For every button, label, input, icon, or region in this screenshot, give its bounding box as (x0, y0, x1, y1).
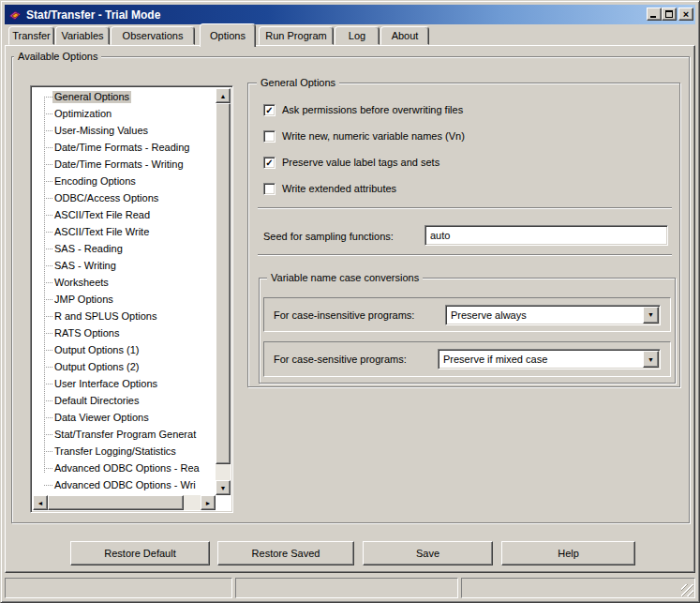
tree-item-sas-reading[interactable]: SAS - Reading (33, 240, 216, 257)
tab-observations[interactable]: Observations (111, 26, 195, 45)
seed-label: Seed for sampling functions: (263, 230, 394, 243)
tree-item-label: R and SPLUS Options (52, 310, 158, 323)
tree-item-label: SAS - Writing (52, 260, 118, 272)
vertical-scroll-thumb[interactable] (216, 103, 231, 464)
seed-input[interactable] (424, 225, 668, 246)
resize-grip-icon[interactable] (681, 584, 693, 596)
close-button[interactable]: × (678, 8, 693, 21)
tree-item-odbc-access-options[interactable]: ODBC/Access Options (33, 189, 216, 206)
tree-item-stat-transfer-program-generat[interactable]: Stat/Transfer Program Generat (33, 426, 216, 443)
dropdown-arrow-icon[interactable]: ▼ (643, 351, 659, 368)
tab-label: Log (349, 30, 365, 41)
tree-item-label: ODBC/Access Options (52, 192, 160, 204)
tree-item-optimization[interactable]: Optimization (33, 105, 216, 122)
case-insensitive-combobox[interactable]: Preserve always ▼ (445, 305, 661, 325)
tree-item-output-options-2[interactable]: Output Options (2) (33, 358, 216, 375)
horizontal-scroll-thumb[interactable] (48, 495, 184, 510)
checkbox-row-ask-permissions-before-overwriting-files[interactable]: ✓Ask permissions before overwriting file… (263, 103, 463, 116)
scroll-left-button[interactable]: ◄ (33, 495, 48, 510)
tree-item-label: Output Options (1) (52, 344, 141, 356)
checkbox-checked-icon[interactable]: ✓ (263, 104, 276, 116)
checkbox-checked-icon[interactable]: ✓ (263, 157, 276, 169)
case-insensitive-label: For case-insensitive programs: (274, 309, 414, 321)
tree-item-r-and-splus-options[interactable]: R and SPLUS Options (33, 308, 216, 324)
checkbox-row-write-new-numeric-variable-names-vn[interactable]: Write new, numeric variable names (Vn) (263, 129, 465, 143)
case-conversions-label: Variable name case conversions (267, 271, 423, 284)
minimize-icon (650, 16, 656, 18)
maximize-button[interactable] (662, 8, 677, 21)
tree-horizontal-scrollbar[interactable]: ◄ ► (33, 495, 216, 510)
tree-item-label: General Options (52, 91, 131, 103)
tree-item-ascii-text-file-write[interactable]: ASCII/Text File Write (33, 223, 216, 240)
minimize-button[interactable] (647, 8, 662, 21)
tree-item-label: User Interface Options (52, 378, 159, 390)
tree-item-label: Worksheets (52, 277, 111, 289)
tree-item-date-time-formats-reading[interactable]: Date/Time Formats - Reading (33, 139, 216, 156)
tree-rows: General OptionsOptimizationUser-Missing … (33, 88, 216, 495)
help-button[interactable]: Help (501, 541, 635, 565)
tree-item-label: Data Viewer Options (52, 412, 151, 424)
tab-label: Run Program (265, 30, 326, 41)
checkbox-label: Write new, numeric variable names (Vn) (282, 130, 465, 142)
tree-item-encoding-options[interactable]: Encoding Options (33, 173, 216, 189)
case-sensitive-row: For case-sensitive programs: Preserve if… (263, 341, 671, 377)
tree-item-ascii-text-file-read[interactable]: ASCII/Text File Read (33, 206, 216, 223)
case-conversions-group: Variable name case conversions For case-… (259, 278, 676, 384)
tree-item-advanced-odbc-options-rea[interactable]: Advanced ODBC Options - Rea (33, 460, 216, 476)
caption-buttons: × (647, 8, 693, 21)
tab-label: About (392, 30, 419, 41)
tree-item-sas-writing[interactable]: SAS - Writing (33, 257, 216, 274)
status-panel-2 (235, 578, 458, 598)
tree-item-worksheets[interactable]: Worksheets (33, 274, 216, 291)
tree-item-advanced-odbc-options-wri[interactable]: Advanced ODBC Options - Wri (33, 476, 216, 493)
save-button[interactable]: Save (363, 541, 493, 565)
tab-variables[interactable]: Variables (55, 26, 110, 45)
combobox-value: Preserve if mixed case (443, 353, 547, 366)
restore-saved-button[interactable]: Restore Saved (217, 541, 354, 565)
dropdown-arrow-icon[interactable]: ▼ (643, 307, 659, 324)
checkbox-unchecked-icon[interactable] (263, 130, 276, 143)
separator (258, 254, 672, 256)
tree-item-data-viewer-options[interactable]: Data Viewer Options (33, 409, 216, 426)
status-panel-3 (461, 578, 695, 598)
tree-vertical-scrollbar[interactable]: ▲ ▼ (216, 88, 231, 495)
tree-item-rats-options[interactable]: RATS Options (33, 324, 216, 341)
case-sensitive-combobox[interactable]: Preserve if mixed case ▼ (438, 349, 661, 369)
options-tree[interactable]: General OptionsOptimizationUser-Missing … (30, 85, 233, 513)
general-options-label: General Options (257, 76, 339, 89)
application-window: Stat/Transfer - Trial Mode × TransferVar… (0, 0, 700, 603)
tab-about[interactable]: About (380, 26, 429, 45)
tab-strip: TransferVariablesObservationsOptionsRun … (5, 25, 695, 45)
separator (258, 207, 672, 209)
window-title: Stat/Transfer - Trial Mode (26, 8, 160, 22)
tab-run-program[interactable]: Run Program (259, 26, 334, 45)
scroll-right-button[interactable]: ► (201, 495, 216, 510)
tab-transfer[interactable]: Transfer (8, 26, 54, 45)
status-bar (5, 578, 695, 598)
tree-item-jmp-options[interactable]: JMP Options (33, 291, 216, 308)
tree-item-user-missing-values[interactable]: User-Missing Values (33, 122, 216, 139)
tree-item-label: ASCII/Text File Read (52, 209, 152, 221)
tab-log[interactable]: Log (335, 26, 380, 45)
checkbox-label: Preserve value label tags and sets (282, 157, 439, 168)
tree-item-transfer-logging-statistics[interactable]: Transfer Logging/Statistics (33, 443, 216, 460)
case-insensitive-row: For case-insensitive programs: Preserve … (263, 297, 671, 332)
tree-item-general-options[interactable]: General Options (33, 88, 216, 105)
case-sensitive-label: For case-sensitive programs: (274, 354, 407, 365)
tab-options[interactable]: Options (200, 23, 256, 47)
titlebar[interactable]: Stat/Transfer - Trial Mode × (5, 5, 695, 24)
checkbox-row-write-extended-attributes[interactable]: Write extended attributes (263, 182, 396, 195)
checkbox-label: Write extended attributes (282, 183, 396, 194)
tree-item-user-interface-options[interactable]: User Interface Options (33, 375, 216, 392)
tree-item-label: Encoding Options (52, 175, 138, 188)
checkbox-unchecked-icon[interactable] (263, 183, 276, 195)
tree-item-date-time-formats-writing[interactable]: Date/Time Formats - Writing (33, 156, 216, 173)
scroll-down-button[interactable]: ▼ (216, 480, 231, 495)
checkbox-row-preserve-value-label-tags-and-sets[interactable]: ✓Preserve value label tags and sets (263, 156, 439, 169)
tree-item-output-options-1[interactable]: Output Options (1) (33, 341, 216, 358)
tree-item-label: Advanced ODBC Options - Wri (52, 479, 198, 491)
tree-item-label: Date/Time Formats - Writing (52, 158, 186, 171)
scroll-up-button[interactable]: ▲ (216, 88, 231, 103)
tree-item-default-directories[interactable]: Default Directories (33, 392, 216, 409)
restore-default-button[interactable]: Restore Default (70, 541, 210, 565)
